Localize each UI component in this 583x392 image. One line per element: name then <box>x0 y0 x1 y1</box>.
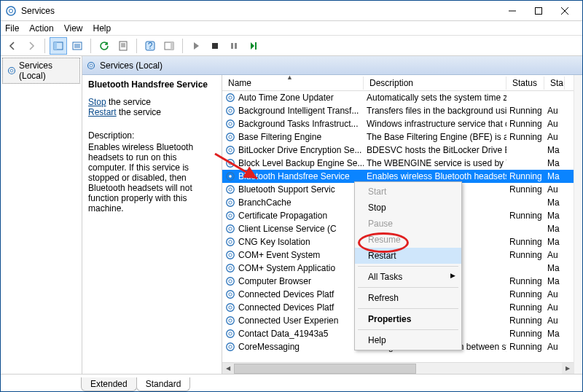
service-icon <box>225 106 235 116</box>
menu-action[interactable]: Action <box>29 23 53 34</box>
forward-button[interactable] <box>23 37 40 55</box>
ctx-help[interactable]: Help <box>355 332 461 348</box>
tab-extended[interactable]: Extended <box>81 377 137 391</box>
stop-service-button[interactable] <box>206 37 224 55</box>
svg-rect-6 <box>120 42 127 50</box>
close-button[interactable] <box>552 2 578 20</box>
ctx-refresh[interactable]: Refresh <box>355 290 461 306</box>
cell-name: BitLocker Drive Encryption Se... <box>222 145 364 155</box>
submenu-arrow-icon: ▶ <box>450 272 455 279</box>
restart-service-link[interactable]: Restart <box>88 107 117 117</box>
cell-status: Running <box>506 184 544 195</box>
svg-point-32 <box>229 175 232 178</box>
menu-view[interactable]: View <box>64 23 83 34</box>
service-icon <box>225 237 235 247</box>
toolbar-separator <box>182 39 183 53</box>
pause-service-button[interactable] <box>225 37 243 55</box>
column-startup[interactable]: Sta <box>544 77 565 90</box>
cell-startup: Au <box>544 289 565 299</box>
svg-point-22 <box>229 109 232 112</box>
tree-item-services-local[interactable]: Services (Local) <box>2 58 80 84</box>
cell-startup: Au <box>544 106 565 116</box>
column-status[interactable]: Status <box>506 77 544 90</box>
cell-name: Certificate Propagation <box>222 211 364 221</box>
column-name[interactable]: Name <box>222 77 364 90</box>
ctx-all-tasks[interactable]: All Tasks▶ <box>355 269 461 285</box>
stop-service-link[interactable]: Stop <box>88 97 106 107</box>
cell-status: Running <box>506 302 544 313</box>
titlebar: Services <box>1 1 582 21</box>
body-area: Services (Local) Services (Local) Blueto… <box>1 56 582 374</box>
restart-service-button[interactable] <box>244 37 262 55</box>
ctx-restart[interactable]: Restart <box>355 248 461 264</box>
ctx-stop[interactable]: Stop <box>355 200 461 216</box>
cell-name: BranchCache <box>222 197 364 208</box>
svg-point-48 <box>229 280 232 283</box>
cell-status: Running <box>506 132 544 142</box>
ctx-all-tasks-label: All Tasks <box>368 272 402 282</box>
cell-status: Running <box>506 106 544 116</box>
menu-file[interactable]: File <box>5 23 19 34</box>
services-app-icon <box>5 5 17 17</box>
service-icon <box>225 329 235 339</box>
properties-button[interactable] <box>114 37 132 55</box>
service-icon <box>225 132 235 142</box>
cell-description: Automatically sets the system time zone. <box>364 93 506 103</box>
cell-status: Running <box>506 250 544 260</box>
ctx-separator <box>358 287 458 288</box>
refresh-button[interactable] <box>95 37 113 55</box>
svg-point-40 <box>229 227 232 230</box>
cell-name: Background Intelligent Transf... <box>222 106 364 116</box>
table-row[interactable]: Auto Time Zone UpdaterAutomatically sets… <box>222 91 582 104</box>
maximize-button[interactable] <box>525 2 552 20</box>
cell-name: Client License Service (C <box>222 224 364 234</box>
cell-startup: Ma <box>544 197 565 208</box>
cell-status: Running <box>506 289 544 299</box>
export-list-button[interactable] <box>69 37 86 55</box>
cell-name: Base Filtering Engine <box>222 132 364 142</box>
ctx-properties[interactable]: Properties <box>355 311 461 327</box>
view-tabs: Extended Standard <box>1 374 582 391</box>
toolbar-separator <box>90 39 91 53</box>
cell-startup: Ma <box>544 211 565 221</box>
service-icon <box>225 119 235 129</box>
cell-status: Running <box>506 119 544 129</box>
table-row[interactable]: Base Filtering EngineThe Base Filtering … <box>222 130 582 144</box>
svg-point-38 <box>229 214 232 217</box>
back-button[interactable] <box>4 37 21 55</box>
table-row[interactable]: Background Tasks Infrastruct...Windows i… <box>222 117 582 130</box>
right-header: Services (Local) <box>82 56 582 75</box>
show-hide-tree-button[interactable] <box>50 37 67 55</box>
scroll-thumb[interactable] <box>234 364 416 374</box>
svg-rect-13 <box>235 43 237 49</box>
cell-name: CoreMessaging <box>222 342 364 352</box>
description-text: Enables wireless Bluetooth headsets to r… <box>88 142 216 213</box>
table-row[interactable]: Background Intelligent Transf...Transfer… <box>222 104 582 117</box>
svg-point-20 <box>229 96 232 99</box>
service-icon <box>225 197 235 208</box>
cell-name: COM+ Event System <box>222 250 364 260</box>
tab-standard[interactable]: Standard <box>136 377 191 391</box>
service-icon <box>225 276 235 286</box>
svg-point-18 <box>90 64 93 67</box>
cell-startup: Ma <box>544 276 565 286</box>
scroll-left-button[interactable]: ◀ <box>222 363 234 375</box>
help-button[interactable]: ? <box>141 37 159 55</box>
horizontal-scrollbar[interactable]: ◀ ▶ <box>222 362 574 374</box>
minimize-button[interactable] <box>499 2 525 20</box>
show-hide-action-pane-button[interactable] <box>160 37 178 55</box>
service-icon <box>225 250 235 260</box>
start-service-button[interactable] <box>187 37 205 55</box>
right-shell: Services (Local) Bluetooth Handsfree Ser… <box>82 56 582 374</box>
scroll-right-button[interactable]: ▶ <box>562 363 574 375</box>
cell-description: Transfers files in the background using … <box>364 106 506 116</box>
cell-description: The WBENGINE service is used by Wind... <box>364 158 506 168</box>
table-row[interactable]: Block Level Backup Engine Se...The WBENG… <box>222 157 582 170</box>
cell-startup: Au <box>544 132 565 142</box>
cell-startup: Ma <box>544 329 565 339</box>
table-row[interactable]: BitLocker Drive Encryption Se...BDESVC h… <box>222 144 582 157</box>
vertical-scrollbar[interactable] <box>574 75 582 374</box>
column-description[interactable]: Description <box>364 77 506 90</box>
menu-help[interactable]: Help <box>93 23 111 34</box>
restart-service-line: Restart the service <box>88 107 216 117</box>
